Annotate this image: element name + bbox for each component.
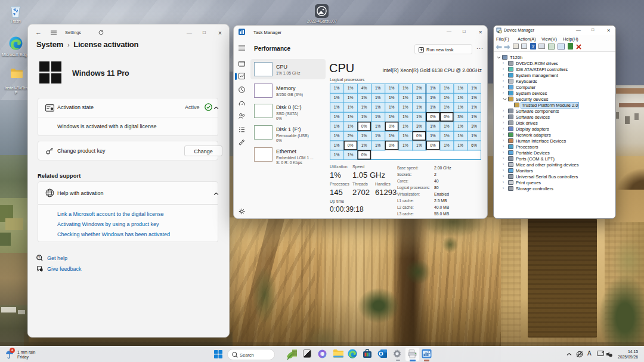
svg-text:1%: 1% <box>471 105 477 109</box>
svg-text:2%: 2% <box>416 86 422 90</box>
svg-text:1%: 1% <box>402 143 408 147</box>
svg-text:1%: 1% <box>375 95 381 100</box>
svg-text:1%: 1% <box>430 95 436 100</box>
svg-text:1%: 1% <box>444 143 450 147</box>
svg-text:1%: 1% <box>361 105 367 109</box>
svg-text:1%: 1% <box>457 105 463 109</box>
svg-text:6%: 6% <box>471 143 477 147</box>
svg-text:0%: 0% <box>361 153 367 157</box>
svg-text:1%: 1% <box>389 86 395 90</box>
svg-text:1%: 1% <box>457 124 463 128</box>
svg-text:1%: 1% <box>402 95 408 100</box>
svg-text:1%: 1% <box>361 115 367 119</box>
svg-text:1%: 1% <box>471 86 477 90</box>
svg-text:1%: 1% <box>361 95 367 100</box>
svg-text:1%: 1% <box>334 134 340 138</box>
svg-text:1%: 1% <box>416 105 422 109</box>
svg-text:1%: 1% <box>348 86 354 90</box>
svg-text:1%: 1% <box>334 86 340 90</box>
svg-text:1%: 1% <box>334 124 340 128</box>
svg-text:1%: 1% <box>375 86 381 90</box>
svg-text:1%: 1% <box>402 134 408 138</box>
svg-text:1%: 1% <box>402 115 408 119</box>
svg-text:0%: 0% <box>430 143 436 147</box>
svg-text:1%: 1% <box>348 124 354 128</box>
svg-text:1%: 1% <box>457 95 463 100</box>
svg-text:1%: 1% <box>375 105 381 109</box>
svg-text:1%: 1% <box>348 153 354 157</box>
svg-text:1%: 1% <box>416 115 422 119</box>
svg-text:1%: 1% <box>361 143 367 147</box>
svg-text:1%: 1% <box>471 95 477 100</box>
svg-text:0%: 0% <box>416 134 422 138</box>
svg-text:1%: 1% <box>402 86 408 90</box>
svg-text:1%: 1% <box>334 143 340 147</box>
svg-text:1%: 1% <box>348 95 354 100</box>
svg-text:1%: 1% <box>430 134 436 138</box>
svg-text:1%: 1% <box>334 115 340 119</box>
svg-text:0%: 0% <box>444 115 450 119</box>
svg-text:4%: 4% <box>361 86 367 90</box>
svg-text:3%: 3% <box>416 124 422 128</box>
svg-text:2%: 2% <box>348 134 354 138</box>
svg-text:1%: 1% <box>402 105 408 109</box>
svg-text:1%: 1% <box>389 95 395 100</box>
svg-text:1%: 1% <box>444 86 450 90</box>
svg-text:1%: 1% <box>444 105 450 109</box>
svg-text:1%: 1% <box>348 105 354 109</box>
svg-text:1%: 1% <box>375 134 381 138</box>
svg-text:1%: 1% <box>444 95 450 100</box>
svg-text:1%: 1% <box>457 134 463 138</box>
svg-text:1%: 1% <box>430 105 436 109</box>
svg-text:1%: 1% <box>389 105 395 109</box>
svg-text:0%: 0% <box>430 115 436 119</box>
svg-text:3%: 3% <box>457 115 463 119</box>
svg-text:3%: 3% <box>471 124 477 128</box>
svg-text:1%: 1% <box>361 134 367 138</box>
svg-text:1%: 1% <box>457 143 463 147</box>
svg-text:1%: 1% <box>389 134 395 138</box>
svg-text:1%: 1% <box>375 124 381 128</box>
svg-text:1%: 1% <box>444 134 450 138</box>
svg-text:1%: 1% <box>430 124 436 128</box>
svg-text:0%: 0% <box>389 124 395 128</box>
svg-text:1%: 1% <box>430 86 436 90</box>
svg-text:1%: 1% <box>334 105 340 109</box>
svg-text:1%: 1% <box>471 134 477 138</box>
svg-text:?: ? <box>38 256 41 259</box>
svg-text:1%: 1% <box>389 115 395 119</box>
svg-text:1%: 1% <box>471 115 477 119</box>
svg-text:1%: 1% <box>334 153 340 157</box>
svg-text:1%: 1% <box>416 95 422 100</box>
svg-text:0%: 0% <box>348 143 354 147</box>
svg-text:0%: 0% <box>389 143 395 147</box>
svg-text:1%: 1% <box>348 115 354 119</box>
svg-text:1%: 1% <box>457 86 463 90</box>
svg-text:1%: 1% <box>402 124 408 128</box>
svg-text:1%: 1% <box>375 143 381 147</box>
svg-text:1%: 1% <box>444 124 450 128</box>
svg-text:1%: 1% <box>375 115 381 119</box>
svg-text:1%: 1% <box>334 95 340 100</box>
svg-text:0%: 0% <box>361 124 367 128</box>
svg-text:1%: 1% <box>416 143 422 147</box>
